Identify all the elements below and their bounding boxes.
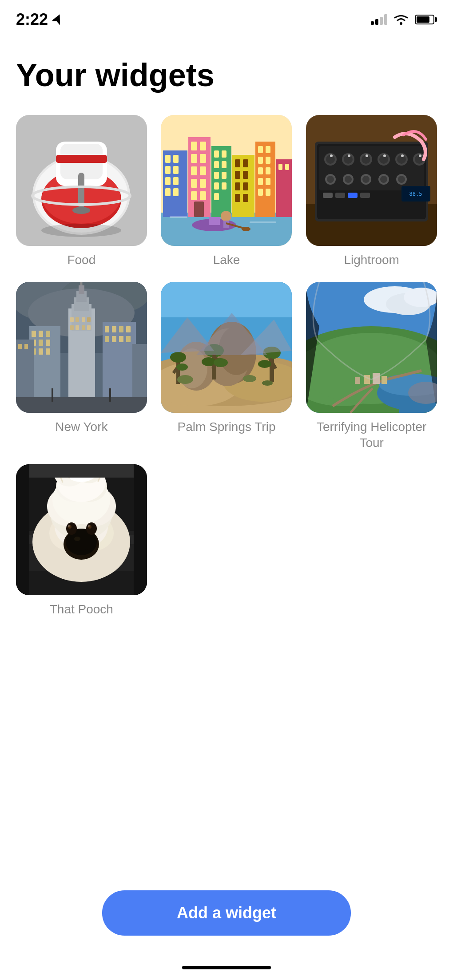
svg-rect-81: [319, 146, 424, 190]
svg-rect-64: [258, 189, 263, 196]
signal-icon: [371, 14, 387, 25]
svg-rect-151: [112, 326, 116, 332]
svg-rect-49: [235, 171, 240, 179]
widget-thumbnail-newyork[interactable]: [16, 282, 147, 413]
svg-rect-60: [258, 167, 263, 174]
svg-rect-52: [243, 182, 248, 190]
svg-rect-61: [266, 167, 270, 174]
svg-rect-160: [52, 388, 53, 402]
svg-rect-128: [70, 317, 74, 322]
widget-label-helicopter: Terrifying Helicopter Tour: [303, 419, 440, 451]
status-bar: 2:22: [0, 0, 453, 31]
svg-rect-130: [82, 317, 85, 322]
svg-point-181: [170, 352, 186, 363]
svg-rect-29: [191, 166, 197, 175]
svg-rect-58: [258, 157, 263, 164]
svg-point-179: [214, 358, 228, 367]
list-item[interactable]: Lake: [159, 115, 295, 268]
svg-rect-153: [126, 326, 131, 332]
svg-rect-144: [39, 348, 43, 355]
svg-rect-209: [355, 377, 360, 384]
svg-rect-155: [112, 336, 116, 342]
svg-rect-32: [200, 179, 206, 188]
widget-thumbnail-pooch[interactable]: [16, 464, 147, 595]
svg-rect-113: [360, 193, 370, 198]
widget-thumbnail-lightroom[interactable]: 88.5: [306, 115, 437, 246]
add-widget-button[interactable]: Add a widget: [102, 890, 351, 936]
svg-rect-135: [87, 325, 91, 330]
widget-thumbnail-helicopter[interactable]: [306, 282, 437, 413]
svg-rect-129: [76, 317, 79, 322]
svg-rect-45: [214, 193, 219, 200]
svg-rect-70: [209, 217, 220, 225]
list-item[interactable]: Palm Springs Trip: [159, 282, 295, 451]
time-display: 2:22: [16, 10, 48, 29]
svg-point-103: [345, 176, 352, 183]
widget-thumbnail-lake[interactable]: [161, 115, 292, 246]
svg-point-233: [86, 522, 97, 535]
svg-rect-18: [165, 166, 171, 174]
battery-icon: [415, 15, 437, 24]
svg-point-90: [366, 154, 368, 157]
svg-rect-28: [200, 154, 206, 163]
svg-point-237: [88, 525, 90, 527]
svg-rect-142: [46, 340, 50, 346]
list-item[interactable]: That Pooch: [13, 464, 150, 617]
svg-rect-238: [16, 464, 29, 595]
svg-rect-44: [222, 182, 226, 190]
svg-rect-34: [200, 191, 206, 200]
svg-rect-31: [191, 179, 197, 188]
svg-point-188: [177, 375, 193, 384]
svg-rect-30: [200, 166, 206, 175]
svg-rect-35: [194, 202, 204, 217]
svg-rect-47: [235, 159, 240, 167]
svg-rect-68: [285, 164, 289, 170]
svg-rect-139: [46, 331, 50, 337]
svg-point-93: [383, 154, 386, 157]
svg-text:88.5: 88.5: [409, 191, 422, 197]
svg-rect-17: [173, 155, 179, 163]
widget-thumbnail-food[interactable]: [16, 115, 147, 246]
svg-rect-65: [266, 189, 270, 196]
svg-rect-110: [323, 193, 333, 198]
svg-rect-19: [173, 166, 179, 174]
svg-rect-59: [266, 157, 270, 164]
svg-point-236: [68, 525, 70, 527]
list-item[interactable]: Food: [13, 115, 150, 268]
svg-point-109: [398, 176, 405, 183]
status-time: 2:22: [16, 10, 62, 29]
svg-rect-239: [134, 464, 147, 595]
svg-rect-54: [243, 194, 248, 202]
widget-label-lightroom: Lightroom: [344, 252, 399, 268]
svg-rect-152: [119, 326, 123, 332]
svg-rect-8: [56, 155, 107, 163]
svg-rect-147: [18, 344, 22, 349]
svg-rect-63: [266, 178, 270, 185]
svg-point-231: [74, 537, 80, 541]
svg-point-12: [41, 224, 121, 237]
svg-rect-62: [258, 178, 263, 185]
svg-rect-26: [200, 142, 206, 150]
svg-rect-48: [243, 159, 248, 167]
svg-point-183: [176, 364, 188, 371]
svg-point-187: [258, 360, 271, 368]
svg-rect-16: [165, 155, 171, 163]
svg-rect-27: [191, 154, 197, 163]
svg-rect-40: [222, 161, 226, 168]
svg-rect-53: [235, 194, 240, 202]
svg-rect-23: [173, 188, 179, 196]
svg-rect-21: [173, 177, 179, 185]
home-indicator: [182, 966, 271, 969]
location-icon: [52, 14, 62, 25]
widget-label-lake: Lake: [213, 252, 240, 268]
list-item[interactable]: New York: [13, 282, 150, 451]
list-item[interactable]: 88.5 Lightroom: [303, 115, 440, 268]
widget-thumbnail-palm-springs[interactable]: [161, 282, 292, 413]
list-item[interactable]: Terrifying Helicopter Tour: [303, 282, 440, 451]
svg-rect-208: [381, 376, 387, 384]
svg-rect-126: [79, 285, 84, 294]
svg-rect-22: [165, 188, 171, 196]
svg-point-107: [380, 176, 387, 183]
svg-rect-112: [348, 193, 358, 198]
svg-rect-141: [39, 340, 43, 346]
